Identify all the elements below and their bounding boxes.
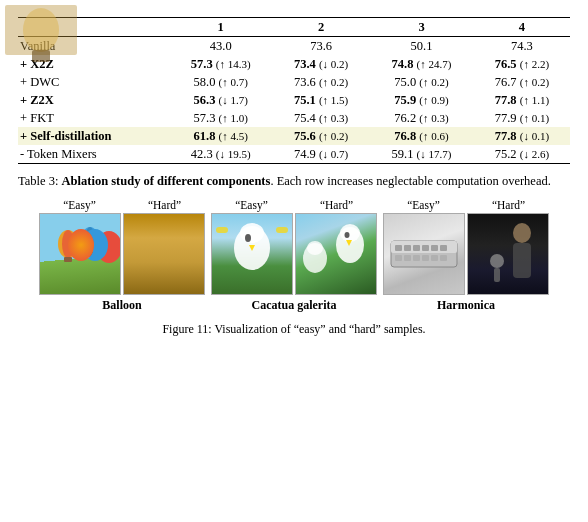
svg-rect-13: [216, 227, 228, 233]
svg-rect-31: [413, 255, 420, 261]
harmonica-pair: “Easy” “Hard”: [383, 199, 549, 313]
cacatua-hard-label: “Hard”: [296, 199, 377, 211]
cacatua-hard-img: [295, 213, 377, 295]
row-value: 56.3 (↓ 1.7): [168, 91, 273, 109]
balloon-hard-img: [123, 213, 205, 295]
svg-rect-26: [422, 245, 429, 251]
svg-rect-2: [64, 257, 72, 262]
row-value: 57.3 (↑ 14.3): [168, 55, 273, 73]
harmonica-caption: Harmonica: [437, 298, 495, 313]
cacatua-caption: Cacatua galerita: [252, 298, 337, 313]
caption-bold: Ablation study of different components: [62, 174, 271, 188]
svg-rect-28: [440, 245, 447, 251]
harmonica-hard-svg: [467, 213, 549, 295]
table-caption: Table 3: Ablation study of different com…: [18, 172, 570, 190]
col-1-header: 1: [168, 18, 273, 37]
cacatua-pair: “Easy” “Hard”: [211, 199, 377, 313]
row-value: 58.0 (↑ 0.7): [168, 73, 273, 91]
page: 1 2 3 4 Vanilla43.073.650.174.3+ X2Z57.3…: [0, 0, 588, 347]
svg-point-1: [62, 230, 74, 258]
balloon-easy-img: [39, 213, 121, 295]
harmonica-labels: “Easy” “Hard”: [383, 199, 549, 211]
figure-section: “Easy” “Hard”: [18, 199, 570, 337]
table-row: + FKT57.3 (↑ 1.0)75.4 (↑ 0.3)76.2 (↑ 0.3…: [18, 109, 570, 127]
balloon-easy-label: “Easy”: [39, 199, 120, 211]
cacatua-easy-label: “Easy”: [211, 199, 292, 211]
row-value: 75.4 (↑ 0.3): [273, 109, 369, 127]
row-value: 74.3: [474, 37, 570, 56]
balloon-imgs: [39, 213, 205, 295]
svg-rect-34: [440, 255, 447, 261]
row-value: 73.4 (↓ 0.2): [273, 55, 369, 73]
row-value: 75.2 (↓ 2.6): [474, 145, 570, 164]
harmonica-easy-svg: [383, 213, 465, 295]
row-value: 59.1 (↓ 17.7): [369, 145, 474, 164]
row-value: 77.9 (↑ 0.1): [474, 109, 570, 127]
svg-point-4: [85, 227, 95, 253]
svg-point-16: [340, 224, 360, 242]
col-3-header: 3: [369, 18, 474, 37]
harmonica-hard-img: [467, 213, 549, 295]
table-row: + DWC58.0 (↑ 0.7)73.6 (↑ 0.2)75.0 (↑ 0.2…: [18, 73, 570, 91]
image-grid-row: “Easy” “Hard”: [39, 199, 549, 313]
cacatua-labels: “Easy” “Hard”: [211, 199, 377, 211]
svg-rect-14: [276, 227, 288, 233]
table-row: Vanilla43.073.650.174.3: [18, 37, 570, 56]
svg-rect-23: [395, 245, 402, 251]
harmonica-hard-label: “Hard”: [468, 199, 549, 211]
row-name: + Self-distillation: [18, 127, 168, 145]
col-4-header: 4: [474, 18, 570, 37]
cacatua-imgs: [211, 213, 377, 295]
row-value: 43.0: [168, 37, 273, 56]
table-row: + X2Z57.3 (↑ 14.3)73.4 (↓ 0.2)74.8 (↑ 24…: [18, 55, 570, 73]
col-2-header: 2: [273, 18, 369, 37]
cacatua-easy-svg: [211, 213, 293, 295]
row-value: 75.6 (↑ 0.2): [273, 127, 369, 145]
svg-rect-32: [422, 255, 429, 261]
row-value: 77.8 (↑ 1.1): [474, 91, 570, 109]
balloon-easy-svg: [40, 214, 121, 295]
ablation-table: 1 2 3 4 Vanilla43.073.650.174.3+ X2Z57.3…: [18, 14, 570, 164]
harmonica-easy-label: “Easy”: [383, 199, 464, 211]
cacatua-hard-svg: [295, 213, 377, 295]
balloon-hard-label: “Hard”: [124, 199, 205, 211]
svg-rect-30: [404, 255, 411, 261]
row-value: 76.2 (↑ 0.3): [369, 109, 474, 127]
row-value: 74.9 (↓ 0.7): [273, 145, 369, 164]
table-row: + Z2X56.3 (↓ 1.7)75.1 (↑ 1.5)75.9 (↑ 0.9…: [18, 91, 570, 109]
balloon-caption: Balloon: [102, 298, 141, 313]
row-name: + Z2X: [18, 91, 168, 109]
row-value: 75.9 (↑ 0.9): [369, 91, 474, 109]
row-value: 61.8 (↑ 4.5): [168, 127, 273, 145]
row-name: + FKT: [18, 109, 168, 127]
svg-rect-25: [413, 245, 420, 251]
row-value: 73.6: [273, 37, 369, 56]
row-value: 75.0 (↑ 0.2): [369, 73, 474, 91]
harmonica-easy-img: [383, 213, 465, 295]
svg-point-20: [307, 241, 323, 255]
row-value: 50.1: [369, 37, 474, 56]
harmonica-imgs: [383, 213, 549, 295]
table-row: - Token Mixers42.3 (↓ 19.5)74.9 (↓ 0.7)5…: [18, 145, 570, 164]
table-row: + Self-distillation61.8 (↑ 4.5)75.6 (↑ 0…: [18, 127, 570, 145]
row-name: - Token Mixers: [18, 145, 168, 164]
row-value: 76.7 (↑ 0.2): [474, 73, 570, 91]
cacatua-easy-img: [211, 213, 293, 295]
caption-rest: . Each row increases neglectable computa…: [270, 174, 550, 188]
svg-rect-5: [86, 252, 94, 257]
caption-label: Table 3:: [18, 174, 62, 188]
row-value: 57.3 (↑ 1.0): [168, 109, 273, 127]
svg-point-10: [240, 223, 264, 243]
svg-rect-27: [431, 245, 438, 251]
row-value: 73.6 (↑ 0.2): [273, 73, 369, 91]
svg-point-17: [345, 232, 350, 238]
row-value: 42.3 (↓ 19.5): [168, 145, 273, 164]
svg-rect-38: [494, 268, 500, 282]
row-value: 77.8 (↓ 0.1): [474, 127, 570, 145]
svg-rect-29: [395, 255, 402, 261]
svg-point-37: [490, 254, 504, 268]
table-container: 1 2 3 4 Vanilla43.073.650.174.3+ X2Z57.3…: [18, 14, 570, 164]
row-value: 76.8 (↑ 0.6): [369, 127, 474, 145]
svg-point-35: [513, 223, 531, 243]
row-value: 76.5 (↑ 2.2): [474, 55, 570, 73]
